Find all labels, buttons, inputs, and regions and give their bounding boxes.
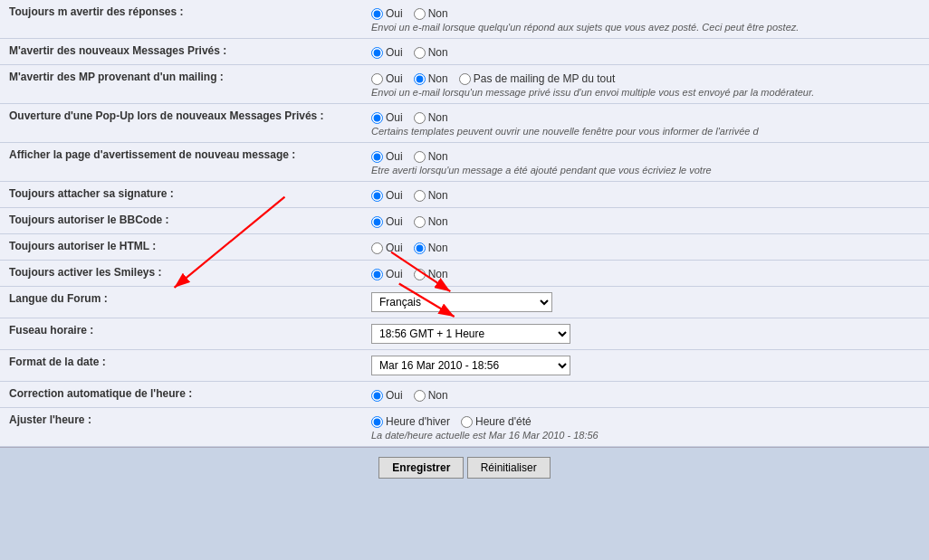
oui-label-6[interactable]: Oui: [371, 215, 403, 228]
row-avertir-mp: M'avertir des nouveaux Messages Privés :…: [0, 39, 929, 65]
non-radio-1[interactable]: [414, 47, 426, 59]
non-radio-3[interactable]: [414, 112, 426, 124]
oui-radio-5[interactable]: [371, 190, 383, 202]
radio-group-toujours-avertir: Oui Non: [371, 7, 920, 20]
oui-label-8[interactable]: Oui: [371, 268, 403, 280]
label-langue: Langue du Forum :: [9, 292, 108, 305]
hint-0: Envoi un e-mail lorsque quelqu'un répond…: [371, 22, 920, 33]
label-toujours-avertir: Toujours m avertir des réponses :: [9, 5, 184, 18]
non-label-3[interactable]: Non: [414, 111, 448, 124]
row-correction-heure: Correction automatique de l'heure : Oui …: [0, 382, 929, 408]
label-format-date: Format de la date :: [9, 356, 106, 368]
row-format-date: Format de la date : Mar 16 Mar 2010 - 18…: [0, 350, 929, 382]
row-avertir-mailing: M'avertir des MP provenant d'un mailing …: [0, 65, 929, 104]
non-label-0[interactable]: Non: [414, 7, 448, 20]
label-avertir-mailing: M'avertir des MP provenant d'un mailing …: [9, 71, 224, 83]
settings-table: Toujours m avertir des réponses : Oui No…: [0, 0, 929, 447]
row-avertissement-msg: Afficher la page d'avertissement de nouv…: [0, 143, 929, 182]
label-html: Toujours autoriser le HTML :: [9, 240, 156, 252]
non-label-8[interactable]: Non: [414, 268, 448, 280]
oui-label-4[interactable]: Oui: [371, 150, 403, 163]
row-smileys: Toujours activer les Smileys : Oui Non: [0, 261, 929, 287]
label-avertissement-msg: Afficher la page d'avertissement de nouv…: [9, 148, 295, 161]
oui-label-12[interactable]: Oui: [371, 389, 403, 402]
hint-2: Envoi un e-mail lorsqu'un message privé …: [371, 87, 920, 98]
label-ajuster-heure: Ajuster l'heure :: [9, 413, 91, 426]
hiver-label[interactable]: Heure d'hiver: [371, 415, 450, 428]
oui-radio-6[interactable]: [371, 216, 383, 228]
oui-radio-0[interactable]: [371, 8, 383, 20]
row-signature: Toujours attacher sa signature : Oui Non: [0, 182, 929, 208]
label-correction-heure: Correction automatique de l'heure :: [9, 387, 192, 400]
oui-label-3[interactable]: Oui: [371, 111, 403, 124]
non-label-7[interactable]: Non: [414, 242, 448, 254]
ete-label[interactable]: Heure d'été: [461, 415, 532, 428]
footer-bar: Enregistrer Réinitialiser: [0, 447, 929, 488]
row-bbcode: Toujours autoriser le BBCode : Oui Non: [0, 208, 929, 234]
oui-radio-1[interactable]: [371, 47, 383, 59]
label-avertir-mp: M'avertir des nouveaux Messages Privés :: [9, 44, 226, 57]
non-label-12[interactable]: Non: [414, 389, 448, 402]
label-fuseau: Fuseau horaire :: [9, 324, 93, 337]
hiver-radio[interactable]: [371, 416, 383, 428]
oui-radio-3[interactable]: [371, 112, 383, 124]
non-radio-6[interactable]: [414, 216, 426, 228]
oui-radio-8[interactable]: [371, 269, 383, 280]
row-toujours-avertir: Toujours m avertir des réponses : Oui No…: [0, 0, 929, 39]
non-radio-2[interactable]: [414, 73, 426, 85]
non-label-6[interactable]: Non: [414, 215, 448, 228]
pasmailing-label[interactable]: Pas de mailing de MP du tout: [459, 72, 616, 85]
non-radio-12[interactable]: [414, 390, 426, 402]
non-radio-4[interactable]: [414, 151, 426, 163]
label-popup-mp: Ouverture d'une Pop-Up lors de nouveaux …: [9, 109, 324, 122]
oui-label-1[interactable]: Oui: [371, 46, 403, 59]
non-label-1[interactable]: Non: [414, 46, 448, 59]
ete-radio[interactable]: [461, 416, 473, 428]
hint-13: La date/heure actuelle est Mar 16 Mar 20…: [371, 430, 920, 441]
row-popup-mp: Ouverture d'une Pop-Up lors de nouveaux …: [0, 104, 929, 143]
row-html: Toujours autoriser le HTML : Oui Non: [0, 234, 929, 261]
non-radio-5[interactable]: [414, 190, 426, 202]
oui-radio-12[interactable]: [371, 390, 383, 402]
pasmailing-radio[interactable]: [459, 73, 471, 85]
oui-radio-4[interactable]: [371, 151, 383, 163]
select-fuseau[interactable]: 18:56 GMT + 1 Heure 18:56 GMT + 0 Heure …: [371, 324, 570, 344]
select-format-date[interactable]: Mar 16 Mar 2010 - 18:56 16/03/2010 2010-…: [371, 356, 570, 375]
hint-4: Etre averti lorsqu'un message a été ajou…: [371, 165, 920, 176]
non-radio-7[interactable]: [414, 242, 426, 254]
oui-label-7[interactable]: Oui: [371, 242, 403, 254]
label-signature: Toujours attacher sa signature :: [9, 187, 174, 200]
row-ajuster-heure: Ajuster l'heure : Heure d'hiver Heure d'…: [0, 408, 929, 447]
label-bbcode: Toujours autoriser le BBCode :: [9, 214, 168, 226]
non-label-2[interactable]: Non: [414, 72, 448, 85]
oui-label-5[interactable]: Oui: [371, 189, 403, 202]
row-fuseau: Fuseau horaire : 18:56 GMT + 1 Heure 18:…: [0, 318, 929, 350]
non-radio-0[interactable]: [414, 8, 426, 20]
hint-3: Certains templates peuvent ouvrir une no…: [371, 126, 920, 137]
non-radio-8[interactable]: [414, 269, 426, 280]
save-button[interactable]: Enregistrer: [378, 457, 464, 479]
select-langue[interactable]: Français English: [371, 292, 552, 312]
row-langue: Langue du Forum : Français English: [0, 287, 929, 318]
oui-radio-2[interactable]: [371, 73, 383, 85]
oui-label-0[interactable]: Oui: [371, 7, 403, 20]
non-label-5[interactable]: Non: [414, 189, 448, 202]
oui-label-2[interactable]: Oui: [371, 72, 403, 85]
label-smileys: Toujours activer les Smileys :: [9, 266, 162, 279]
oui-radio-7[interactable]: [371, 242, 383, 254]
reset-button[interactable]: Réinitialiser: [467, 457, 551, 479]
non-label-4[interactable]: Non: [414, 150, 448, 163]
